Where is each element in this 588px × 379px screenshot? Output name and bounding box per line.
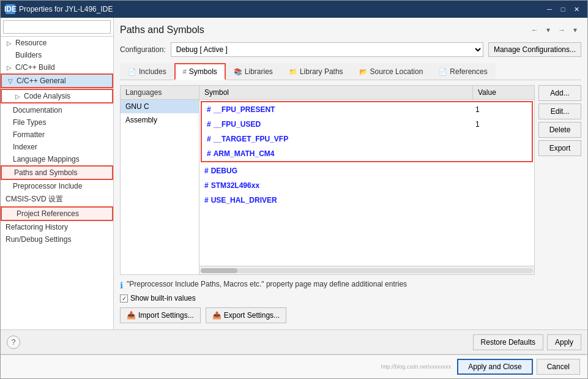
hash-icon: # [207, 149, 211, 158]
sidebar-label: Code Analysis [24, 92, 70, 100]
sidebar-label: File Types [13, 118, 46, 127]
symbol-name: STM32L496xx [211, 181, 259, 190]
tab-library-paths[interactable]: 📁 Library Paths [281, 63, 351, 80]
sidebar-label: Documentation [13, 106, 62, 114]
manage-configurations-button[interactable]: Manage Configurations... [488, 42, 581, 57]
close-button[interactable]: ✕ [570, 4, 582, 14]
minimize-button[interactable]: ─ [543, 4, 556, 14]
language-gnu-c[interactable]: GNU C [121, 100, 199, 113]
references-icon: 📄 [439, 68, 447, 76]
cancel-button[interactable]: Cancel [537, 359, 580, 375]
symbol-name: __FPU_PRESENT [214, 105, 275, 114]
sidebar-item-code-analysis[interactable]: ▷ Code Analysis [1, 89, 113, 103]
symbol-cell: # USE_HAL_DRIVER [199, 195, 473, 206]
sidebar-item-builders[interactable]: Builders [1, 49, 113, 61]
apply-and-close-button[interactable]: Apply and Close [457, 359, 532, 375]
sidebar-item-file-types[interactable]: File Types [1, 116, 113, 129]
value-cell [473, 184, 534, 187]
library-paths-icon: 📁 [289, 68, 297, 76]
value-cell [473, 170, 534, 172]
configuration-select[interactable]: Debug [ Active ] [171, 42, 483, 57]
tab-includes[interactable]: 📄 Includes [120, 63, 174, 80]
table-scrollbar[interactable] [199, 266, 534, 274]
tab-source-location[interactable]: 📂 Source Location [351, 63, 431, 80]
sidebar-item-resource[interactable]: ▷ Resource [1, 37, 113, 49]
help-button[interactable]: ? [7, 336, 20, 349]
titlebar-controls: ─ □ ✕ [543, 4, 582, 14]
symbol-name: __FPU_USED [214, 120, 261, 129]
export-button[interactable]: Export [538, 140, 581, 156]
delete-button[interactable]: Delete [538, 122, 581, 138]
sidebar-item-cpp-general[interactable]: ▽ C/C++ General [1, 73, 113, 88]
highlighted-symbols-group: # __FPU_PRESENT 1 # __FPU_USED 1 [201, 101, 533, 162]
show-builtin-checkbox[interactable] [120, 295, 128, 302]
sidebar-item-preprocessor[interactable]: Preprocessor Include [1, 180, 113, 192]
language-assembly[interactable]: Assembly [121, 113, 199, 127]
symbol-row-fpu-present[interactable]: # __FPU_PRESENT 1 [202, 102, 532, 117]
tab-libraries[interactable]: 📚 Libraries [226, 63, 281, 80]
sidebar-item-documentation[interactable]: Documentation [1, 104, 113, 116]
libraries-icon: 📚 [234, 68, 242, 76]
edit-button[interactable]: Edit... [538, 103, 581, 119]
symbol-name: DEBUG [211, 167, 237, 175]
hash-icon: # [204, 167, 209, 175]
apply-button[interactable]: Apply [547, 334, 581, 350]
symbol-cell: # ARM_MATH_CM4 [202, 148, 471, 159]
content-area: ▷ Resource Builders ▷ C/C++ Build ▽ C/C+… [1, 18, 587, 329]
bottom-bar: ? Restore Defaults Apply [1, 329, 587, 354]
tab-references-label: References [450, 67, 487, 76]
add-button[interactable]: Add... [538, 85, 581, 101]
tab-references[interactable]: 📄 References [431, 63, 495, 80]
configuration-row: Configuration: Debug [ Active ] Manage C… [120, 42, 581, 57]
restore-defaults-button[interactable]: Restore Defaults [473, 334, 543, 350]
expand-icon: ▷ [14, 92, 21, 100]
sidebar-item-run-debug[interactable]: Run/Debug Settings [1, 233, 113, 246]
sidebar-label: Resource [15, 39, 47, 47]
symbol-row-stm32[interactable]: # STM32L496xx [199, 178, 534, 193]
search-input[interactable] [3, 20, 111, 34]
symbol-row-arm-math-cm4[interactable]: # ARM_MATH_CM4 [202, 146, 532, 161]
sidebar-item-project-refs[interactable]: Project References [1, 206, 113, 221]
tab-symbols-label: Symbols [189, 67, 217, 76]
sidebar-label: Builders [15, 51, 42, 59]
symbol-row-debug[interactable]: # DEBUG [199, 163, 534, 178]
symbol-row-target-fpu-vfp[interactable]: # __TARGET_FPU_VFP [202, 132, 532, 146]
sidebar-item-indexer[interactable]: Indexer [1, 141, 113, 153]
sidebar-item-refactoring[interactable]: Refactoring History [1, 221, 113, 233]
sidebar-label: Refactoring History [6, 223, 68, 231]
panel-title: Paths and Symbols [120, 24, 204, 36]
show-builtin-row: Show built-in values [120, 294, 581, 302]
sidebar-item-cmsis-svd[interactable]: CMSIS-SVD 设置 [1, 192, 113, 206]
import-settings-button[interactable]: 📥 Import Settings... [120, 307, 201, 323]
sidebar-item-cpp-build[interactable]: ▷ C/C++ Build [1, 61, 113, 73]
sidebar-item-formatter[interactable]: Formatter [1, 129, 113, 141]
symbols-table-header: Symbol Value [199, 86, 534, 100]
export-icon: 📤 [212, 311, 221, 320]
scrollbar-track [201, 268, 533, 273]
sidebar-item-paths-symbols[interactable]: Paths and Symbols [1, 165, 113, 180]
symbol-cell: # __TARGET_FPU_VFP [202, 133, 471, 144]
nav-menu-icon[interactable]: ▾ [569, 24, 581, 36]
maximize-button[interactable]: □ [557, 4, 569, 14]
symbols-icon: # [183, 68, 187, 75]
expand-icon [7, 210, 14, 217]
sidebar-label: Paths and Symbols [14, 168, 77, 177]
tabs-bar: 📄 Includes # Symbols 📚 Libraries 📁 Libra… [120, 63, 581, 80]
sidebar-item-lang-mappings[interactable]: Language Mappings [1, 153, 113, 165]
nav-forward-icon[interactable]: → [556, 24, 568, 36]
hash-icon: # [204, 181, 209, 190]
symbol-row-use-hal[interactable]: # USE_HAL_DRIVER [199, 193, 534, 208]
expand-icon: ▷ [6, 64, 13, 71]
tab-symbols[interactable]: # Symbols [174, 63, 226, 80]
hash-icon: # [207, 105, 211, 114]
scrollbar-thumb[interactable] [201, 268, 237, 273]
symbol-name: __TARGET_FPU_VFP [214, 135, 288, 143]
symbols-body: # __FPU_PRESENT 1 # __FPU_USED 1 [199, 100, 534, 266]
sidebar-label: Preprocessor Include [13, 182, 82, 190]
nav-dropdown-icon[interactable]: ▾ [542, 24, 554, 36]
export-settings-button[interactable]: 📤 Export Settings... [206, 307, 286, 323]
symbol-row-fpu-used[interactable]: # __FPU_USED 1 [202, 117, 532, 132]
action-buttons-column: Add... Edit... Delete Export [535, 85, 581, 275]
nav-back-icon[interactable]: ← [529, 24, 541, 36]
show-builtin-label: Show built-in values [130, 294, 196, 302]
